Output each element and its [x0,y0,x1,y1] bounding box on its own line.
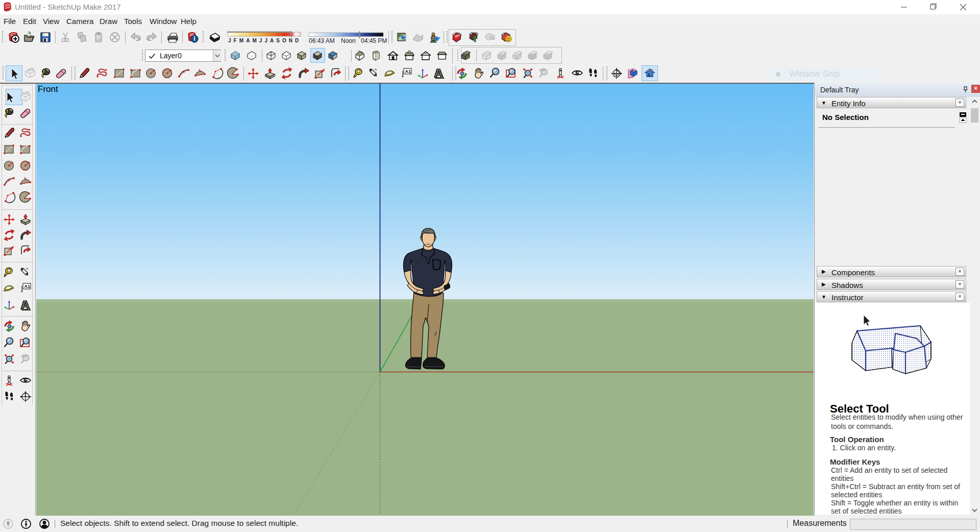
svg-text:C: C [24,394,27,397]
svg-text:06:43 AM: 06:43 AM [309,37,335,44]
svg-text:JFMAMJJASOND: JFMAMJJASOND [228,38,301,43]
svg-text:Noon: Noon [341,37,356,44]
svg-text:A1: A1 [405,69,411,74]
svg-text:A1: A1 [24,284,31,289]
svg-text:04:45 PM: 04:45 PM [361,37,387,44]
